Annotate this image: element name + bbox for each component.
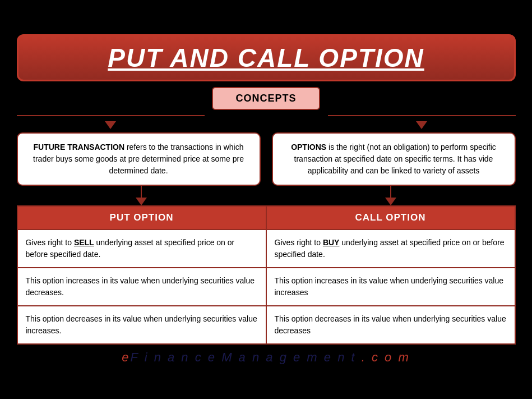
vert-line-left <box>141 186 142 198</box>
table-row-3: This option decreases in its value when … <box>17 306 515 344</box>
conn-left <box>17 186 266 205</box>
footer: eF i n a n c e M a n a g e m e n t . c o… <box>122 350 410 365</box>
concepts-area: CONCEPTS <box>17 87 516 132</box>
sell-label: SELL <box>74 238 94 247</box>
future-transaction-box: FUTURE TRANSACTION refers to the transac… <box>17 132 261 186</box>
call-row1: Gives right to BUY underlying asset at s… <box>266 230 515 268</box>
footer-dot-com: . c o m <box>357 350 410 364</box>
table-row-2: This option increases in its value when … <box>17 268 515 306</box>
table-header-row: PUT OPTION CALL OPTION <box>17 206 515 230</box>
down-arrows-row <box>17 121 516 132</box>
vert-line-right <box>390 186 391 198</box>
call-row3: This option decreases in its value when … <box>266 306 515 344</box>
page-title: PUT AND CALL OPTION <box>108 43 424 72</box>
left-hline <box>17 115 205 116</box>
footer-finance: F i n a n c e M a n a g e m e n t <box>131 350 357 364</box>
options-box: OPTIONS is the right (not an obligation)… <box>272 132 516 186</box>
connector-area <box>17 186 516 205</box>
call-option-header: CALL OPTION <box>266 206 515 230</box>
right-hline <box>328 115 516 116</box>
put-row3: This option decreases in its value when … <box>17 306 266 344</box>
title-box: PUT AND CALL OPTION <box>17 34 516 81</box>
put-row1: Gives right to SELL underlying asset at … <box>17 230 266 268</box>
call-row2: This option increases in its value when … <box>266 268 515 306</box>
options-term: OPTIONS <box>291 143 326 152</box>
arrow-down-left <box>136 198 147 205</box>
concepts-label: CONCEPTS <box>235 93 296 104</box>
conn-right <box>266 186 516 205</box>
arrow-down-right <box>385 198 396 205</box>
footer-e: e <box>122 350 130 364</box>
left-arrow-container <box>17 121 205 129</box>
future-transaction-term: FUTURE TRANSACTION <box>34 143 125 152</box>
main-container: PUT AND CALL OPTION CONCEPTS FUTURE TRAN <box>8 26 524 373</box>
right-arrow-container <box>328 121 516 129</box>
concepts-hline-row <box>17 110 516 121</box>
put-option-header: PUT OPTION <box>17 206 266 230</box>
buy-label: BUY <box>323 238 340 247</box>
info-boxes-row: FUTURE TRANSACTION refers to the transac… <box>17 132 516 186</box>
concepts-box: CONCEPTS <box>212 87 320 110</box>
put-row2: This option increases in its value when … <box>17 268 266 306</box>
table-row-1: Gives right to SELL underlying asset at … <box>17 230 515 268</box>
left-arrow-down <box>105 121 116 129</box>
option-table: PUT OPTION CALL OPTION Gives right to SE… <box>17 205 516 345</box>
right-arrow-down <box>416 121 427 129</box>
